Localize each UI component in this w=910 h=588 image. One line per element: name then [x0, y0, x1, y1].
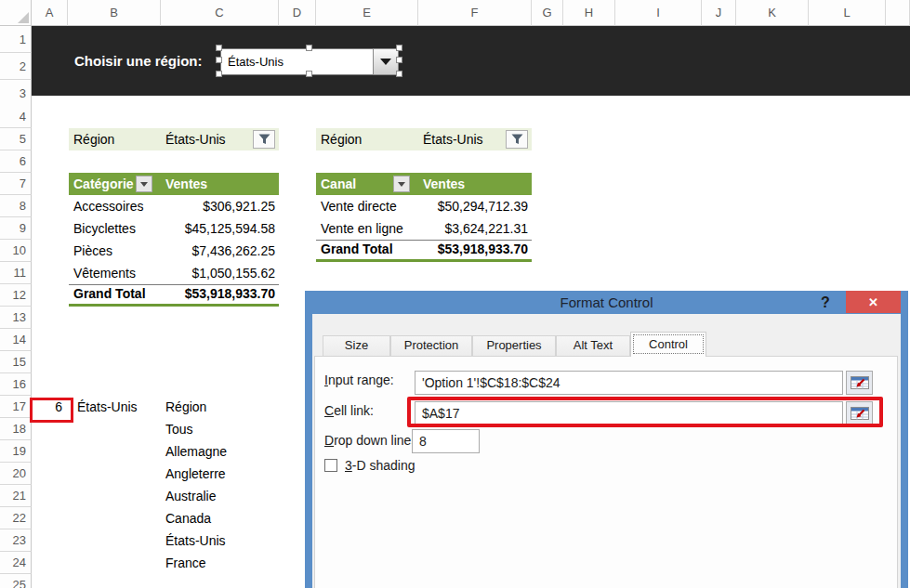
pivot-col2-header[interactable]: Ventes	[418, 173, 532, 195]
combo-selection-handle[interactable]	[216, 57, 222, 63]
row-header-6[interactable]: 6	[0, 150, 32, 173]
row-value-cell[interactable]: $3,624,221.31	[418, 217, 532, 240]
column-header-B[interactable]: B	[68, 0, 161, 26]
combobox-value: États-Unis	[228, 55, 284, 69]
column-header-C[interactable]: C	[161, 0, 279, 26]
list-item-cell[interactable]: Allemagne	[165, 440, 227, 463]
cell-b17[interactable]: États-Unis	[77, 396, 138, 418]
combo-selection-handle[interactable]	[306, 45, 312, 51]
filter-button[interactable]	[253, 130, 275, 149]
column-header-A[interactable]: A	[32, 0, 68, 26]
column-header-D[interactable]: D	[279, 0, 316, 26]
combo-selection-handle[interactable]	[396, 57, 402, 63]
column-header-partial[interactable]	[886, 0, 910, 26]
row-value-cell[interactable]: $7,436,262.25	[161, 240, 279, 262]
tab-protection[interactable]: Protection	[390, 335, 472, 356]
row-header-10[interactable]: 10	[0, 240, 32, 262]
column-header-H[interactable]: H	[563, 0, 615, 26]
row-header-9[interactable]: 9	[0, 217, 32, 240]
list-item-cell[interactable]: Australie	[165, 485, 216, 507]
combobox-dropdown-button[interactable]	[373, 48, 399, 75]
row-label-cell[interactable]: Vente directe	[316, 195, 418, 217]
total-value-cell[interactable]: $53,918,933.70	[418, 241, 532, 259]
row-header-3[interactable]: 3	[0, 80, 32, 107]
row-header-4[interactable]: 4	[0, 106, 32, 128]
row-header-11[interactable]: 11	[0, 262, 32, 284]
row-header-24[interactable]: 24	[0, 552, 32, 574]
row-header-21[interactable]: 21	[0, 485, 32, 507]
row-header-22[interactable]: 22	[0, 507, 32, 529]
filter-button[interactable]	[506, 130, 528, 149]
row-header-25[interactable]: 25	[0, 574, 32, 588]
pivot-field-dropdown-button[interactable]	[136, 176, 152, 192]
filter-label-cell[interactable]: Région	[316, 128, 418, 150]
combo-selection-handle[interactable]	[306, 71, 312, 77]
input-range-field[interactable]: 'Option 1'!$C$18:$C$24	[415, 371, 843, 395]
grand-total-row: Grand Total$53,918,933.70	[69, 284, 279, 307]
combo-selection-handle[interactable]	[396, 71, 402, 77]
close-icon: ✕	[868, 295, 878, 309]
row-header-20[interactable]: 20	[0, 463, 32, 485]
row-label-cell[interactable]: Accessoires	[69, 195, 161, 217]
row-header-2[interactable]: 2	[0, 53, 32, 80]
combo-selection-handle[interactable]	[216, 71, 222, 77]
total-label-cell[interactable]: Grand Total	[69, 285, 161, 304]
row-header-5[interactable]: 5	[0, 128, 32, 150]
dropdown-arrow-icon	[140, 182, 148, 187]
list-item-cell[interactable]: États-Unis	[165, 529, 226, 552]
tab-control[interactable]: Control	[630, 332, 706, 357]
region-combobox[interactable]: États-Unis	[220, 48, 374, 75]
total-value-cell[interactable]: $53,918,933.70	[161, 285, 279, 304]
column-header-F[interactable]: F	[418, 0, 532, 26]
total-label-cell[interactable]: Grand Total	[316, 241, 418, 259]
tab-size[interactable]: Size	[323, 335, 390, 356]
column-header-J[interactable]: J	[702, 0, 736, 26]
row-header-8[interactable]: 8	[0, 195, 32, 217]
column-header-L[interactable]: L	[809, 0, 886, 26]
row-value-cell[interactable]: $50,294,712.39	[418, 195, 532, 217]
row-label-cell[interactable]: Pièces	[69, 240, 161, 262]
list-item-cell[interactable]: Angleterre	[165, 463, 226, 485]
row-header-14[interactable]: 14	[0, 329, 32, 351]
column-header-G[interactable]: G	[532, 0, 563, 26]
help-icon[interactable]: ?	[814, 291, 837, 314]
row-header-15[interactable]: 15	[0, 351, 32, 373]
combo-selection-handle[interactable]	[396, 45, 402, 51]
row-value-cell[interactable]: $1,050,155.62	[161, 262, 279, 284]
row-header-17[interactable]: 17	[0, 396, 32, 418]
three-d-shading-checkbox[interactable]	[324, 459, 337, 472]
list-item-cell[interactable]: Tous	[165, 418, 193, 440]
list-item-cell[interactable]: Canada	[165, 507, 211, 529]
pivot-field-dropdown-button[interactable]	[393, 176, 410, 192]
pivot-col2-header[interactable]: Ventes	[161, 173, 279, 195]
control-tab-page: Input range: 'Option 1'!$C$18:$C$24 Cell…	[314, 356, 898, 588]
row-label-cell[interactable]: Bicyclettes	[69, 217, 161, 240]
row-header-1[interactable]: 1	[0, 26, 32, 53]
tab-properties[interactable]: Properties	[472, 335, 556, 356]
input-range-picker-button[interactable]	[846, 371, 873, 395]
drop-down-lines-field[interactable]: 8	[412, 429, 480, 453]
column-header-E[interactable]: E	[316, 0, 418, 26]
column-header-K[interactable]: K	[736, 0, 809, 26]
combo-selection-handle[interactable]	[216, 45, 222, 51]
cell-link-label: Cell link:	[324, 403, 374, 418]
select-all-corner[interactable]	[0, 0, 32, 26]
row-header-19[interactable]: 19	[0, 440, 32, 463]
row-label-cell[interactable]: Vêtements	[69, 262, 161, 284]
row-header-23[interactable]: 23	[0, 529, 32, 552]
filter-label-cell[interactable]: Région	[69, 128, 161, 150]
drop-down-lines-label: Drop down lines:	[324, 433, 421, 448]
column-header-I[interactable]: I	[615, 0, 702, 26]
row-value-cell[interactable]: $45,125,594.58	[161, 217, 279, 240]
list-item-cell[interactable]: Région	[165, 396, 206, 418]
close-button[interactable]: ✕	[846, 291, 901, 313]
row-header-7[interactable]: 7	[0, 173, 32, 195]
row-header-16[interactable]: 16	[0, 373, 32, 396]
row-header-13[interactable]: 13	[0, 307, 32, 329]
row-label-cell[interactable]: Vente en ligne	[316, 217, 418, 240]
tab-alt-text[interactable]: Alt Text	[556, 335, 630, 356]
row-header-18[interactable]: 18	[0, 418, 32, 440]
list-item-cell[interactable]: France	[165, 552, 206, 574]
row-header-12[interactable]: 12	[0, 284, 32, 307]
row-value-cell[interactable]: $306,921.25	[161, 195, 279, 217]
